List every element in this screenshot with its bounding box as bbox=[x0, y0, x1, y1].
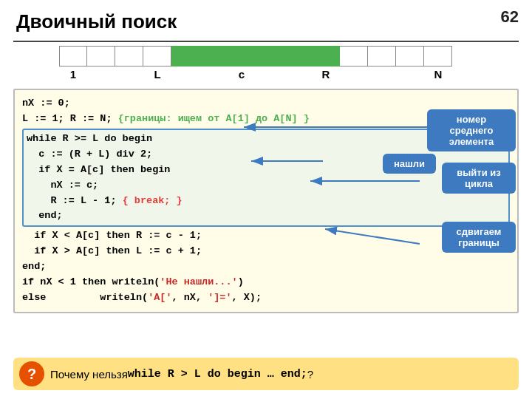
array-label-10 bbox=[340, 68, 368, 81]
callout-middle-element: номер среднегоэлемента bbox=[427, 109, 516, 151]
title-divider bbox=[13, 41, 519, 42]
array-visualization: 1LcRN bbox=[59, 46, 473, 81]
array-label-11 bbox=[368, 68, 396, 81]
code-line-11: end; bbox=[22, 259, 510, 275]
array-label-4 bbox=[171, 68, 200, 81]
callout-exit-loop: выйти изцикла bbox=[442, 163, 516, 194]
array-cell-12 bbox=[396, 46, 424, 66]
array-cell-2 bbox=[115, 46, 143, 66]
array-cell-7 bbox=[256, 46, 284, 66]
array-label-5 bbox=[200, 68, 228, 81]
question-text-prefix: Почему нельзя bbox=[50, 368, 128, 381]
code-line-7: R := L - 1; { break; } bbox=[27, 194, 505, 209]
array-cell-8 bbox=[284, 46, 312, 66]
array-label-6: c bbox=[228, 68, 256, 81]
array-label-0: 1 bbox=[59, 68, 87, 81]
array-label-12 bbox=[396, 68, 424, 81]
question-box: ? Почему нельзя while R > L do begin … e… bbox=[13, 358, 519, 390]
code-line-12: if nX < 1 then writeln('Не нашли...') bbox=[22, 275, 510, 290]
code-line-6: nX := c; bbox=[27, 178, 505, 194]
array-labels: 1LcRN bbox=[59, 68, 473, 81]
array-cell-11 bbox=[368, 46, 396, 66]
array-cell-6 bbox=[228, 46, 256, 66]
code-line-9: if X < A[c] then R := c - 1; bbox=[22, 228, 510, 244]
array-label-1 bbox=[87, 68, 115, 81]
callout-shift-bounds: сдвигаемграницы bbox=[442, 222, 516, 253]
array-cell-4 bbox=[171, 46, 200, 66]
array-cells bbox=[59, 46, 473, 66]
array-cell-0 bbox=[59, 46, 87, 66]
page-title: Двоичный поиск bbox=[16, 10, 177, 33]
array-label-8 bbox=[284, 68, 312, 81]
question-code: while R > L do begin … end; bbox=[128, 368, 307, 381]
code-line-10: if X > A[c] then L := c + 1; bbox=[22, 244, 510, 259]
question-icon: ? bbox=[19, 361, 44, 386]
array-label-9: R bbox=[312, 68, 340, 81]
array-label-7 bbox=[256, 68, 284, 81]
code-line-8: end; bbox=[27, 208, 505, 224]
array-cell-3 bbox=[143, 46, 171, 66]
array-cell-9 bbox=[312, 46, 340, 66]
array-cell-1 bbox=[87, 46, 115, 66]
page-number: 62 bbox=[501, 7, 519, 27]
array-cell-13 bbox=[424, 46, 452, 66]
callout-found: нашли bbox=[383, 154, 436, 174]
array-cell-10 bbox=[340, 46, 368, 66]
array-cell-5 bbox=[200, 46, 228, 66]
code-line-13: else writeln('A[', nX, ']=', X); bbox=[22, 290, 510, 306]
question-text-suffix: ? bbox=[307, 368, 313, 381]
array-label-13: N bbox=[424, 68, 452, 81]
array-label-3: L bbox=[143, 68, 171, 81]
array-label-2 bbox=[115, 68, 143, 81]
